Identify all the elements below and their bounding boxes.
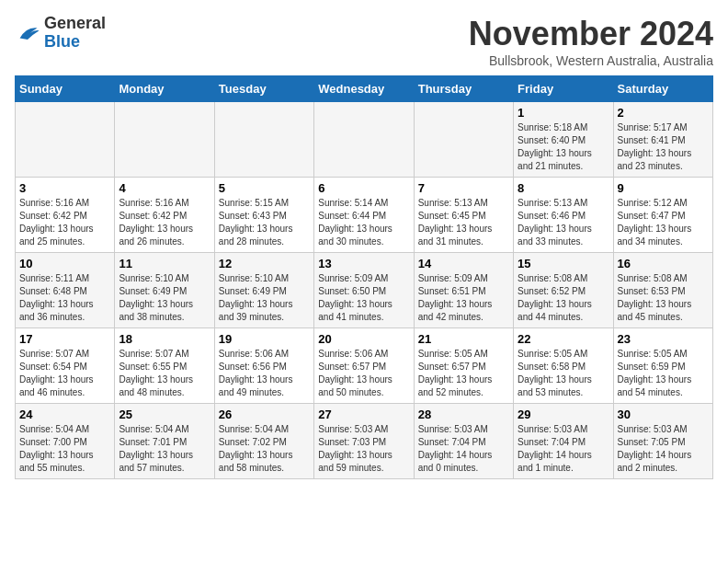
header-thursday: Thursday [414, 76, 513, 102]
day-number: 6 [318, 181, 409, 195]
location-subtitle: Bullsbrook, Western Australia, Australia [469, 53, 713, 68]
calendar-cell: 27Sunrise: 5:03 AM Sunset: 7:03 PM Dayli… [314, 404, 414, 479]
day-info: Sunrise: 5:04 AM Sunset: 7:02 PM Dayligh… [219, 423, 310, 475]
day-info: Sunrise: 5:14 AM Sunset: 6:44 PM Dayligh… [318, 197, 409, 248]
day-info: Sunrise: 5:06 AM Sunset: 6:57 PM Dayligh… [318, 348, 409, 399]
calendar-cell: 30Sunrise: 5:03 AM Sunset: 7:05 PM Dayli… [613, 404, 712, 479]
day-info: Sunrise: 5:12 AM Sunset: 6:47 PM Dayligh… [618, 197, 709, 248]
day-info: Sunrise: 5:07 AM Sunset: 6:55 PM Dayligh… [119, 348, 210, 399]
day-info: Sunrise: 5:16 AM Sunset: 6:42 PM Dayligh… [19, 197, 110, 248]
day-number: 18 [119, 332, 210, 346]
day-number: 3 [19, 181, 110, 195]
day-info: Sunrise: 5:03 AM Sunset: 7:04 PM Dayligh… [518, 423, 609, 475]
day-number: 29 [518, 408, 609, 421]
day-info: Sunrise: 5:09 AM Sunset: 6:50 PM Dayligh… [318, 272, 409, 324]
day-number: 30 [618, 408, 709, 421]
day-number: 9 [618, 181, 709, 195]
day-number: 27 [318, 408, 409, 421]
week-row-4: 17Sunrise: 5:07 AM Sunset: 6:54 PM Dayli… [16, 328, 713, 404]
calendar-cell: 8Sunrise: 5:13 AM Sunset: 6:46 PM Daylig… [514, 178, 613, 253]
week-row-3: 10Sunrise: 5:11 AM Sunset: 6:48 PM Dayli… [16, 253, 713, 328]
calendar-cell: 14Sunrise: 5:09 AM Sunset: 6:51 PM Dayli… [414, 253, 513, 328]
day-number: 2 [618, 106, 709, 120]
day-number: 23 [618, 332, 709, 346]
calendar-cell: 29Sunrise: 5:03 AM Sunset: 7:04 PM Dayli… [514, 404, 613, 479]
header: General Blue November 2024 Bullsbrook, W… [15, 15, 713, 68]
day-info: Sunrise: 5:04 AM Sunset: 7:01 PM Dayligh… [119, 423, 210, 475]
calendar-cell: 17Sunrise: 5:07 AM Sunset: 6:54 PM Dayli… [16, 328, 115, 404]
calendar-body: 1Sunrise: 5:18 AM Sunset: 6:40 PM Daylig… [16, 102, 713, 479]
header-tuesday: Tuesday [214, 76, 313, 102]
calendar-cell: 12Sunrise: 5:10 AM Sunset: 6:49 PM Dayli… [214, 253, 313, 328]
calendar-cell: 20Sunrise: 5:06 AM Sunset: 6:57 PM Dayli… [314, 328, 414, 404]
calendar-cell: 15Sunrise: 5:08 AM Sunset: 6:52 PM Dayli… [514, 253, 613, 328]
day-number: 19 [219, 332, 310, 346]
calendar-cell: 6Sunrise: 5:14 AM Sunset: 6:44 PM Daylig… [314, 178, 414, 253]
day-number: 5 [219, 181, 310, 195]
logo-icon [15, 20, 40, 46]
day-info: Sunrise: 5:11 AM Sunset: 6:48 PM Dayligh… [19, 272, 110, 324]
calendar-cell: 1Sunrise: 5:18 AM Sunset: 6:40 PM Daylig… [514, 102, 613, 178]
day-info: Sunrise: 5:05 AM Sunset: 6:59 PM Dayligh… [618, 348, 709, 399]
calendar-cell: 2Sunrise: 5:17 AM Sunset: 6:41 PM Daylig… [613, 102, 712, 178]
day-number: 22 [518, 332, 609, 346]
day-info: Sunrise: 5:16 AM Sunset: 6:42 PM Dayligh… [119, 197, 210, 248]
day-info: Sunrise: 5:07 AM Sunset: 6:54 PM Dayligh… [19, 348, 110, 399]
day-number: 16 [618, 257, 709, 270]
day-number: 28 [418, 408, 509, 421]
day-number: 20 [318, 332, 409, 346]
calendar-cell [115, 102, 214, 178]
calendar-cell: 19Sunrise: 5:06 AM Sunset: 6:56 PM Dayli… [214, 328, 313, 404]
week-row-2: 3Sunrise: 5:16 AM Sunset: 6:42 PM Daylig… [16, 178, 713, 253]
day-number: 26 [219, 408, 310, 421]
day-info: Sunrise: 5:17 AM Sunset: 6:41 PM Dayligh… [618, 121, 709, 173]
day-info: Sunrise: 5:15 AM Sunset: 6:43 PM Dayligh… [219, 197, 310, 248]
week-row-5: 24Sunrise: 5:04 AM Sunset: 7:00 PM Dayli… [16, 404, 713, 479]
day-info: Sunrise: 5:08 AM Sunset: 6:53 PM Dayligh… [618, 272, 709, 324]
calendar-cell: 26Sunrise: 5:04 AM Sunset: 7:02 PM Dayli… [214, 404, 313, 479]
calendar-cell: 18Sunrise: 5:07 AM Sunset: 6:55 PM Dayli… [115, 328, 214, 404]
day-info: Sunrise: 5:05 AM Sunset: 6:58 PM Dayligh… [518, 348, 609, 399]
day-info: Sunrise: 5:10 AM Sunset: 6:49 PM Dayligh… [119, 272, 210, 324]
title-area: November 2024 Bullsbrook, Western Austra… [469, 15, 713, 68]
header-saturday: Saturday [613, 76, 712, 102]
day-info: Sunrise: 5:03 AM Sunset: 7:04 PM Dayligh… [418, 423, 509, 475]
header-friday: Friday [514, 76, 613, 102]
day-info: Sunrise: 5:09 AM Sunset: 6:51 PM Dayligh… [418, 272, 509, 324]
logo: General Blue [15, 15, 106, 52]
day-number: 11 [119, 257, 210, 270]
day-number: 7 [418, 181, 509, 195]
day-number: 13 [318, 257, 409, 270]
calendar-table: SundayMondayTuesdayWednesdayThursdayFrid… [15, 75, 713, 479]
day-number: 10 [19, 257, 110, 270]
calendar-cell: 24Sunrise: 5:04 AM Sunset: 7:00 PM Dayli… [16, 404, 115, 479]
day-info: Sunrise: 5:08 AM Sunset: 6:52 PM Dayligh… [518, 272, 609, 324]
day-info: Sunrise: 5:03 AM Sunset: 7:03 PM Dayligh… [318, 423, 409, 475]
calendar-cell: 7Sunrise: 5:13 AM Sunset: 6:45 PM Daylig… [414, 178, 513, 253]
calendar-cell: 5Sunrise: 5:15 AM Sunset: 6:43 PM Daylig… [214, 178, 313, 253]
calendar-cell: 22Sunrise: 5:05 AM Sunset: 6:58 PM Dayli… [514, 328, 613, 404]
day-info: Sunrise: 5:03 AM Sunset: 7:05 PM Dayligh… [618, 423, 709, 475]
calendar-cell: 13Sunrise: 5:09 AM Sunset: 6:50 PM Dayli… [314, 253, 414, 328]
calendar-header-row: SundayMondayTuesdayWednesdayThursdayFrid… [16, 76, 713, 102]
calendar-cell: 11Sunrise: 5:10 AM Sunset: 6:49 PM Dayli… [115, 253, 214, 328]
calendar-cell: 21Sunrise: 5:05 AM Sunset: 6:57 PM Dayli… [414, 328, 513, 404]
header-wednesday: Wednesday [314, 76, 414, 102]
calendar-cell [16, 102, 115, 178]
day-number: 24 [19, 408, 110, 421]
day-info: Sunrise: 5:18 AM Sunset: 6:40 PM Dayligh… [518, 121, 609, 173]
logo-text: General Blue [44, 15, 106, 52]
day-number: 1 [518, 106, 609, 120]
calendar-cell [414, 102, 513, 178]
calendar-cell: 23Sunrise: 5:05 AM Sunset: 6:59 PM Dayli… [613, 328, 712, 404]
day-number: 25 [119, 408, 210, 421]
day-info: Sunrise: 5:13 AM Sunset: 6:45 PM Dayligh… [418, 197, 509, 248]
day-number: 12 [219, 257, 310, 270]
day-number: 17 [19, 332, 110, 346]
week-row-1: 1Sunrise: 5:18 AM Sunset: 6:40 PM Daylig… [16, 102, 713, 178]
calendar-cell: 4Sunrise: 5:16 AM Sunset: 6:42 PM Daylig… [115, 178, 214, 253]
header-sunday: Sunday [16, 76, 115, 102]
calendar-cell: 16Sunrise: 5:08 AM Sunset: 6:53 PM Dayli… [613, 253, 712, 328]
month-title: November 2024 [469, 15, 713, 53]
calendar-cell: 9Sunrise: 5:12 AM Sunset: 6:47 PM Daylig… [613, 178, 712, 253]
